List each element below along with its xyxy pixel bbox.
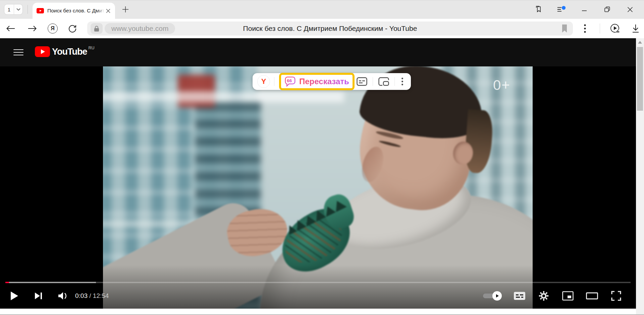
- quote-bubble-icon: 66: [284, 76, 296, 87]
- video-player[interactable]: Y 66 Пересказать: [0, 66, 636, 309]
- fullscreen-button[interactable]: [608, 288, 624, 304]
- forward-button[interactable]: [26, 22, 38, 35]
- lock-icon[interactable]: [91, 23, 103, 34]
- youtube-logo-text: YouTube: [52, 46, 87, 57]
- player-controls: 0:03 / 12:54: [0, 282, 636, 309]
- subtitles-icon: [514, 292, 526, 300]
- youtube-play-icon: [35, 46, 50, 57]
- scrollbar-up-arrow[interactable]: [638, 41, 642, 44]
- guide-menu-icon[interactable]: [13, 48, 23, 57]
- next-icon: [34, 292, 43, 300]
- toolbar-subtitles-icon[interactable]: [355, 76, 369, 87]
- video-scene-figure: [103, 66, 533, 309]
- new-tab-button[interactable]: [120, 4, 131, 15]
- progress-played: [5, 282, 9, 283]
- url-text[interactable]: www.youtube.com: [105, 23, 175, 34]
- restore-button[interactable]: [602, 5, 612, 14]
- progress-bar[interactable]: [5, 282, 631, 283]
- download-icon[interactable]: [630, 22, 642, 35]
- tab-title: Поиск без слов. С Дмит: [47, 8, 104, 14]
- next-button[interactable]: [31, 288, 46, 304]
- theater-mode-button[interactable]: [584, 288, 600, 304]
- subtitles-button[interactable]: [512, 288, 527, 304]
- minimize-button[interactable]: [580, 5, 589, 14]
- youtube-header: YouTube RU: [0, 38, 636, 66]
- yandex-video-toolbar: Y 66 Пересказать: [253, 73, 411, 90]
- tab-bar: 1 Поиск без слов. С Дмит: [0, 0, 644, 19]
- notification-dot: [562, 6, 566, 10]
- play-button[interactable]: [7, 288, 22, 304]
- progress-buffered: [5, 282, 96, 283]
- url-field[interactable]: www.youtube.com Поиск без слов. С Дмитри…: [87, 21, 573, 36]
- volume-button[interactable]: [55, 288, 70, 304]
- autoplay-knob: [492, 291, 502, 301]
- yandex-logo-icon[interactable]: Y: [257, 75, 270, 88]
- time-current: 0:03: [75, 292, 88, 299]
- active-tab[interactable]: Поиск без слов. С Дмит: [33, 3, 115, 19]
- browser-menu-icon[interactable]: [557, 5, 566, 14]
- browser-window: 1 Поиск без слов. С Дмит: [0, 0, 644, 315]
- theater-icon: [586, 292, 598, 300]
- svg-text:66: 66: [287, 78, 292, 83]
- miniplayer-icon: [562, 291, 574, 301]
- address-bar: Я www.youtube.com Поиск без слов. С Дмит…: [0, 19, 644, 38]
- toolbar-divider: [373, 77, 373, 86]
- address-menu-icon[interactable]: [579, 22, 591, 35]
- youtube-region-label: RU: [88, 46, 94, 50]
- youtube-favicon-icon: [37, 8, 44, 13]
- refresh-button[interactable]: [66, 22, 78, 35]
- volume-icon: [58, 292, 68, 300]
- tab-counter[interactable]: 1: [4, 4, 23, 15]
- fullscreen-icon: [611, 291, 622, 301]
- youtube-logo[interactable]: YouTube RU: [35, 46, 95, 57]
- tabbar-divider: [28, 5, 28, 14]
- tab-counter-value: 1: [4, 4, 14, 14]
- play-icon: [11, 292, 18, 300]
- yandex-services-icon[interactable]: Я: [48, 23, 58, 34]
- close-window-button[interactable]: [625, 5, 635, 14]
- time-display: 0:03 / 12:54: [75, 292, 109, 300]
- back-button[interactable]: [5, 22, 17, 35]
- autoplay-toggle[interactable]: [483, 294, 500, 298]
- video-translate-icon[interactable]: [609, 22, 621, 35]
- tab-close-icon[interactable]: [104, 7, 112, 14]
- miniplayer-button[interactable]: [560, 288, 576, 304]
- gear-icon: [538, 291, 549, 301]
- side-panel-bookmarks-icon[interactable]: [534, 5, 543, 14]
- address-divider: [600, 23, 600, 34]
- video-frame[interactable]: Y 66 Пересказать: [103, 66, 533, 309]
- time-duration: / 12:54: [88, 292, 109, 299]
- scrollbar-thumb[interactable]: [637, 47, 643, 111]
- age-rating-label: 0+: [493, 77, 511, 93]
- retell-label: Пересказать: [299, 77, 349, 86]
- toolbar-divider: [394, 77, 395, 86]
- toolbar-menu-icon[interactable]: [399, 76, 406, 87]
- chevron-down-icon[interactable]: [14, 4, 22, 14]
- page-scrollbar[interactable]: [636, 38, 644, 315]
- retell-button[interactable]: 66 Пересказать: [284, 76, 349, 87]
- window-controls: [534, 5, 644, 14]
- retell-highlight-box: 66 Пересказать: [279, 73, 355, 90]
- toolbar-pip-icon[interactable]: [377, 76, 390, 87]
- address-bar-actions: [579, 22, 642, 35]
- toolbar-divider: [274, 77, 274, 86]
- settings-button[interactable]: [536, 288, 551, 304]
- bookmark-icon[interactable]: [559, 23, 570, 34]
